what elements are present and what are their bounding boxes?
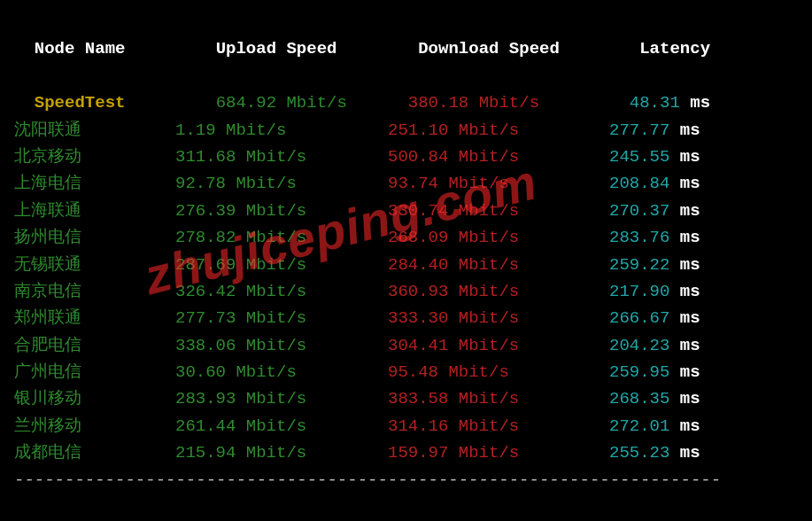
upload-speed: 278.82 Mbit/s (175, 224, 388, 251)
speedtest-node: SpeedTest (35, 89, 196, 116)
latency: 259.95 ms (609, 359, 700, 385)
node-name: 沈阳联通 (14, 117, 175, 144)
col-header-node: Node Name (35, 35, 196, 62)
latency: 268.35 ms (609, 385, 700, 412)
upload-speed: 287.69 Mbit/s (175, 252, 388, 278)
table-row: 上海联通276.39 Mbit/s330.74 Mbit/s270.37 ms (14, 198, 798, 224)
download-speed: 268.09 Mbit/s (388, 224, 609, 251)
table-row: 沈阳联通1.19 Mbit/s251.10 Mbit/s277.77 ms (14, 117, 798, 144)
upload-speed: 276.39 Mbit/s (175, 198, 388, 224)
latency: 270.37 ms (609, 198, 700, 224)
table-row: 上海电信92.78 Mbit/s93.74 Mbit/s208.84 ms (14, 170, 798, 197)
latency: 255.23 ms (609, 439, 700, 466)
header-row: Node Name Upload Speed Download Speed La… (14, 9, 798, 63)
download-speed: 284.40 Mbit/s (388, 252, 609, 278)
node-name: 无锡联通 (14, 252, 175, 278)
latency: 266.67 ms (609, 305, 700, 331)
latency: 208.84 ms (609, 170, 700, 197)
table-row: 北京移动311.68 Mbit/s500.84 Mbit/s245.55 ms (14, 144, 798, 170)
download-speed: 383.58 Mbit/s (388, 385, 609, 412)
speedtest-latency: 48.31 ms (630, 89, 710, 116)
upload-speed: 1.19 Mbit/s (175, 117, 388, 144)
upload-speed: 261.44 Mbit/s (175, 413, 388, 439)
node-name: 郑州联通 (14, 305, 175, 331)
node-name: 合肥电信 (14, 332, 175, 359)
table-row: 合肥电信338.06 Mbit/s304.41 Mbit/s204.23 ms (14, 332, 798, 359)
upload-speed: 283.93 Mbit/s (175, 385, 388, 412)
col-header-download: Download Speed (408, 35, 630, 62)
download-speed: 304.41 Mbit/s (388, 332, 609, 359)
speedtest-row: SpeedTest 684.92 Mbit/s380.18 Mbit/s48.3… (14, 63, 798, 117)
divider-line: ----------------------------------------… (14, 467, 798, 494)
download-speed: 95.48 Mbit/s (388, 359, 609, 385)
node-name: 成都电信 (14, 439, 175, 466)
download-speed: 314.16 Mbit/s (388, 413, 609, 439)
latency: 272.01 ms (609, 413, 700, 439)
node-name: 银川移动 (14, 385, 175, 412)
upload-speed: 30.60 Mbit/s (175, 359, 388, 385)
upload-speed: 326.42 Mbit/s (175, 278, 388, 305)
download-speed: 360.93 Mbit/s (388, 278, 609, 305)
download-speed: 251.10 Mbit/s (388, 117, 609, 144)
table-row: 广州电信30.60 Mbit/s95.48 Mbit/s259.95 ms (14, 359, 798, 385)
speedtest-download: 380.18 Mbit/s (408, 89, 630, 116)
table-row: 郑州联通277.73 Mbit/s333.30 Mbit/s266.67 ms (14, 305, 798, 331)
table-row: 无锡联通287.69 Mbit/s284.40 Mbit/s259.22 ms (14, 252, 798, 278)
latency: 277.77 ms (609, 117, 700, 144)
upload-speed: 277.73 Mbit/s (175, 305, 388, 331)
table-row: 扬州电信278.82 Mbit/s268.09 Mbit/s283.76 ms (14, 224, 798, 251)
footer-finished: Finished in: 8 min 29 sec (14, 494, 798, 521)
speedtest-upload: 684.92 Mbit/s (196, 89, 408, 116)
node-name: 南京电信 (14, 278, 175, 305)
node-name: 广州电信 (14, 359, 175, 385)
latency: 245.55 ms (609, 144, 700, 170)
download-speed: 333.30 Mbit/s (388, 305, 609, 331)
upload-speed: 92.78 Mbit/s (175, 170, 388, 197)
download-speed: 500.84 Mbit/s (388, 144, 609, 170)
node-name: 上海电信 (14, 170, 175, 197)
node-name: 扬州电信 (14, 224, 175, 251)
upload-speed: 338.06 Mbit/s (175, 332, 388, 359)
upload-speed: 215.94 Mbit/s (175, 439, 388, 466)
col-header-latency: Latency (630, 35, 710, 62)
upload-speed: 311.68 Mbit/s (175, 144, 388, 170)
download-speed: 93.74 Mbit/s (388, 170, 609, 197)
table-row: 兰州移动261.44 Mbit/s314.16 Mbit/s272.01 ms (14, 413, 798, 439)
node-name: 兰州移动 (14, 413, 175, 439)
node-name: 上海联通 (14, 198, 175, 224)
table-row: 银川移动283.93 Mbit/s383.58 Mbit/s268.35 ms (14, 385, 798, 412)
download-speed: 159.97 Mbit/s (388, 439, 609, 466)
col-header-upload: Upload Speed (196, 35, 408, 62)
table-row: 南京电信326.42 Mbit/s360.93 Mbit/s217.90 ms (14, 278, 798, 305)
latency: 217.90 ms (609, 278, 700, 305)
download-speed: 330.74 Mbit/s (388, 198, 609, 224)
latency: 204.23 ms (609, 332, 700, 359)
table-row: 成都电信215.94 Mbit/s159.97 Mbit/s255.23 ms (14, 439, 798, 466)
latency: 259.22 ms (609, 252, 700, 278)
latency: 283.76 ms (609, 224, 700, 251)
node-name: 北京移动 (14, 144, 175, 170)
